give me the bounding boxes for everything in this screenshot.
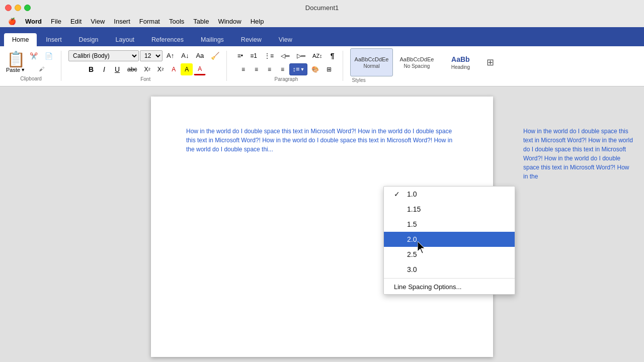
style-heading-preview: AaBb <box>451 55 470 63</box>
tab-view[interactable]: View <box>271 33 300 46</box>
increase-indent-button[interactable]: ▷═ <box>294 50 309 62</box>
show-hide-button[interactable]: ¶ <box>327 50 339 62</box>
paste-dropdown-icon[interactable]: ▼ <box>21 67 25 72</box>
align-center-button[interactable]: ≡ <box>250 63 262 75</box>
styles-group-label: Styles <box>352 77 498 83</box>
subscript-button[interactable]: X2 <box>141 63 153 75</box>
strikethrough-button[interactable]: abc <box>124 63 140 75</box>
increase-font-button[interactable]: A↑ <box>164 50 177 62</box>
spacing-3-0-value: 3.0 <box>407 265 417 274</box>
copy-button[interactable]: 📄 <box>42 50 56 62</box>
line-spacing-icon: ↕≡ <box>292 65 299 73</box>
ribbon-tabs: Home Insert Design Layout References Mai… <box>0 27 644 46</box>
menu-view[interactable]: View <box>87 17 109 26</box>
paste-icon: 📋 <box>7 52 25 67</box>
spacing-3-0-check <box>394 265 402 274</box>
maximize-button[interactable] <box>24 5 31 11</box>
line-spacing-dropdown-arrow: ▼ <box>300 67 305 72</box>
style-heading[interactable]: AaBb Heading <box>440 48 480 76</box>
line-spacing-button[interactable]: ↕≡ ▼ <box>289 63 307 75</box>
menu-word[interactable]: Word <box>21 17 46 26</box>
bold-button[interactable]: B <box>85 63 97 75</box>
align-left-button[interactable]: ≡ <box>237 63 249 75</box>
tab-layout[interactable]: Layout <box>108 33 143 46</box>
paste-button[interactable]: 📋 Paste ▼ <box>6 52 25 73</box>
style-no-spacing-label: No Spacing <box>404 63 430 69</box>
styles-group: AaBbCcDdEe Normal AaBbCcDdEe No Spacing … <box>346 48 502 83</box>
clipboard-group: 📋 Paste ▼ ✂️ 📄 🖌 Clipboard <box>4 51 61 81</box>
change-case-button[interactable]: Aa <box>193 50 207 62</box>
text-color-button[interactable]: A <box>194 63 206 75</box>
close-button[interactable] <box>5 5 12 11</box>
clear-format-button[interactable]: 🧹 <box>208 50 222 62</box>
menu-help[interactable]: Help <box>247 17 268 26</box>
tab-home[interactable]: Home <box>4 33 37 46</box>
style-normal[interactable]: AaBbCcDdEe Normal <box>350 48 393 76</box>
spacing-divider <box>384 278 515 279</box>
paste-label: Paste <box>6 67 20 73</box>
spacing-1-5[interactable]: 1.5 <box>384 217 515 232</box>
menu-window[interactable]: Window <box>214 17 245 26</box>
sort-button[interactable]: AZ↕ <box>309 50 326 62</box>
paragraph-group: ≡• ≡1 ⋮≡ ◁═ ▷═ AZ↕ ¶ ≡ ≡ ≡ ≡ ↕≡ ▼ 🎨 ⊞ <box>230 51 343 81</box>
cut-button[interactable]: ✂️ <box>27 50 41 62</box>
style-no-spacing-preview: AaBbCcDdEe <box>399 56 434 62</box>
ribbon: Home Insert Design Layout References Mai… <box>0 27 644 86</box>
menu-table[interactable]: Table <box>189 17 213 26</box>
spacing-3-0[interactable]: 3.0 <box>384 262 515 277</box>
minimize-button[interactable] <box>15 5 21 11</box>
menu-edit[interactable]: Edit <box>66 17 86 26</box>
menu-bar: 🍎 Word File Edit View Insert Format Tool… <box>0 15 644 27</box>
font-size-select[interactable]: 12 <box>140 50 163 61</box>
spacing-2-0[interactable]: 2.0 <box>384 232 515 247</box>
highlight-button[interactable]: A <box>181 63 193 75</box>
spacing-1-0-check: ✓ <box>394 190 402 198</box>
justify-button[interactable]: ≡ <box>276 63 288 75</box>
document-area: How in the world do I double space this … <box>0 86 644 362</box>
font-family-select[interactable]: Calibri (Body) <box>68 50 139 61</box>
tab-review[interactable]: Review <box>233 33 270 46</box>
shading-button[interactable]: 🎨 <box>308 63 322 75</box>
style-normal-label: Normal <box>363 63 379 69</box>
tab-mailings[interactable]: Mailings <box>193 33 232 46</box>
spacing-2-5[interactable]: 2.5 <box>384 247 515 262</box>
menu-file[interactable]: File <box>47 17 65 26</box>
menu-format[interactable]: Format <box>135 17 164 26</box>
border-button[interactable]: ⊞ <box>323 63 335 75</box>
spacing-1-15-check <box>394 205 402 213</box>
menu-tools[interactable]: Tools <box>165 17 188 26</box>
title-bar: Document1 <box>0 0 644 15</box>
font-label: Font <box>140 76 150 82</box>
styles-panel: AaBbCcDdEe Normal AaBbCcDdEe No Spacing … <box>350 48 498 76</box>
font-group: Calibri (Body) 12 A↑ A↓ Aa 🧹 B I U abc X… <box>64 51 227 81</box>
decrease-indent-button[interactable]: ◁═ <box>278 50 293 62</box>
align-right-button[interactable]: ≡ <box>263 63 275 75</box>
apple-menu[interactable]: 🍎 <box>4 17 20 26</box>
line-spacing-dropdown: ✓ 1.0 1.15 1.5 2.0 2.5 3.0 Line Spacing … <box>383 186 515 295</box>
traffic-lights <box>5 5 31 11</box>
paragraph-label: Paragraph <box>275 76 298 82</box>
tab-insert[interactable]: Insert <box>38 33 69 46</box>
ribbon-content: 📋 Paste ▼ ✂️ 📄 🖌 Clipboard <box>0 46 644 86</box>
numbering-button[interactable]: ≡1 <box>247 50 260 62</box>
superscript-button[interactable]: X2 <box>154 63 167 75</box>
style-no-spacing[interactable]: AaBbCcDdEe No Spacing <box>395 48 438 76</box>
line-spacing-options-button[interactable]: Line Spacing Options... <box>384 280 515 294</box>
multilevel-list-button[interactable]: ⋮≡ <box>261 50 277 62</box>
spacing-1-5-check <box>394 220 402 228</box>
style-normal-preview: AaBbCcDdEe <box>355 56 389 62</box>
window-title: Document1 <box>305 4 339 12</box>
style-more[interactable]: ⊞ <box>482 48 498 76</box>
spacing-1-15[interactable]: 1.15 <box>384 202 515 217</box>
italic-button[interactable]: I <box>98 63 110 75</box>
font-color-button[interactable]: A <box>168 63 180 75</box>
bullets-button[interactable]: ≡• <box>234 50 246 62</box>
underline-button[interactable]: U <box>111 63 123 75</box>
spacing-1-0[interactable]: ✓ 1.0 <box>384 187 515 202</box>
menu-insert[interactable]: Insert <box>110 17 134 26</box>
tab-references[interactable]: References <box>143 33 192 46</box>
format-painter-button[interactable]: 🖌 <box>27 63 56 75</box>
spacing-2-0-check <box>394 235 402 243</box>
tab-design[interactable]: Design <box>71 33 107 46</box>
decrease-font-button[interactable]: A↓ <box>178 50 192 62</box>
